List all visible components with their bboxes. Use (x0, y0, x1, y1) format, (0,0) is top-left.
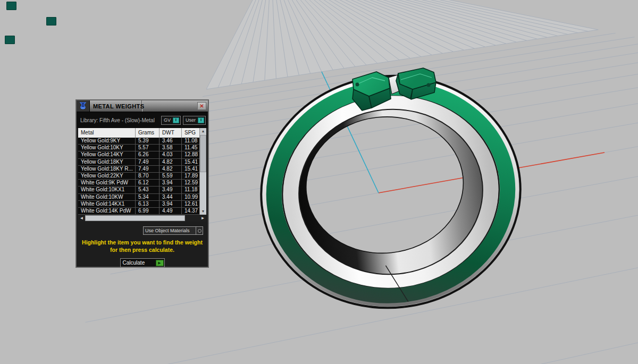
table-row[interactable]: Yellow Gold:14KY6.264.0312.88 (78, 151, 206, 158)
cell-dwt: 3.58 (160, 145, 182, 151)
cell-metal: White Gold:10KX1 (78, 187, 136, 193)
titlebar-spacer (142, 100, 197, 112)
cell-metal: White Gold:10KW (78, 194, 136, 200)
cad-viewport: METAL WEIGHTS ✕ Library: Fifth Ave - (Sl… (0, 0, 638, 364)
cell-metal: White Gold:14K PdW (78, 208, 136, 214)
tab-notch (427, 83, 431, 87)
cell-grams: 5.57 (136, 145, 160, 151)
close-button[interactable]: ✕ (197, 102, 206, 110)
vertical-scrollbar[interactable]: ▲ ▼ (199, 128, 206, 215)
play-icon: ▶ (158, 261, 161, 265)
calculate-label: Calculate (121, 260, 156, 266)
cell-grams: 5.39 (136, 138, 160, 144)
table-row[interactable]: Yellow Gold:10KY5.573.5811.45 (78, 145, 206, 151)
cell-dwt: 4.82 (160, 159, 182, 165)
cell-dwt: 3.44 (160, 194, 182, 200)
table-row[interactable]: White Gold:10KX15.433.4911.18 (78, 187, 206, 193)
toolbar-chip[interactable] (46, 17, 56, 26)
materials-dropdown[interactable]: Use Object Materials (143, 226, 203, 235)
cell-metal: Yellow Gold:18KY R... (78, 166, 136, 172)
table-row[interactable]: White Gold:10KW5.343.4410.99 (78, 194, 206, 201)
cell-dwt: 3.94 (160, 180, 182, 186)
cell-grams: 6.12 (136, 180, 160, 186)
col-header-grams: Grams (136, 128, 160, 138)
horizontal-scroll-thumb[interactable] (85, 215, 185, 221)
col-header-metal: Metal (78, 128, 136, 138)
cell-grams: 7.49 (136, 159, 160, 165)
gv-toggle-indicator: I (173, 117, 179, 123)
table-row[interactable]: Yellow Gold:18KY7.494.8215.41 (78, 159, 206, 166)
table-header: Metal Grams DWT SPG (78, 128, 206, 138)
scroll-down-icon[interactable]: ▼ (200, 208, 206, 215)
cell-grams: 5.43 (136, 187, 160, 193)
cell-dwt: 4.49 (160, 208, 182, 214)
dropdown-button[interactable] (196, 227, 203, 234)
table-row[interactable]: White Gold:9K PdW6.123.9412.59 (78, 180, 206, 187)
vertical-scroll-thumb[interactable] (200, 135, 206, 172)
cell-grams: 6.26 (136, 151, 160, 158)
cell-metal: Yellow Gold:10KY (78, 145, 136, 151)
cell-metal: White Gold:14KX1 (78, 201, 136, 207)
table-row[interactable]: Yellow Gold:9KY5.393.4611.08 (78, 138, 206, 145)
horizontal-scrollbar[interactable]: ◄ ► (78, 215, 206, 222)
library-label: Library: Fifth Ave - (Slow)-Metal (80, 117, 159, 123)
library-strip: Library: Fifth Ave - (Slow)-Metal GV I U… (77, 112, 208, 128)
flask-icon (77, 100, 90, 112)
toolbar-chip[interactable] (6, 2, 16, 10)
table-row[interactable]: Yellow Gold:22KY8.705.5917.89 (78, 173, 206, 180)
cell-metal: Yellow Gold:22KY (78, 173, 136, 179)
cell-grams: 5.34 (136, 194, 160, 200)
cell-dwt: 3.49 (160, 187, 182, 193)
col-header-dwt: DWT (160, 128, 182, 138)
cell-grams: 7.49 (136, 166, 160, 172)
cell-metal: White Gold:9K PdW (78, 180, 136, 186)
cell-dwt: 4.82 (160, 166, 182, 172)
toolbar-chip[interactable] (5, 36, 15, 44)
cell-dwt: 3.94 (160, 201, 182, 207)
cell-dwt: 4.03 (160, 151, 182, 158)
cell-grams: 8.70 (136, 173, 160, 179)
metal-table: Metal Grams DWT SPG Yellow Gold:9KY5.393… (78, 128, 206, 215)
scroll-right-icon[interactable]: ► (199, 215, 206, 222)
calculate-go-button[interactable]: ▶ (156, 260, 164, 266)
table-row[interactable]: White Gold:14K PdW6.994.4914.37 (78, 208, 206, 215)
table-body: Yellow Gold:9KY5.393.4611.08Yellow Gold:… (78, 138, 206, 215)
cell-metal: Yellow Gold:18KY (78, 159, 136, 165)
ring-model (250, 63, 532, 321)
table-row[interactable]: Yellow Gold:18KY R...7.494.8215.41 (78, 166, 206, 173)
dialog-titlebar[interactable]: METAL WEIGHTS ✕ (77, 100, 208, 112)
gv-toggle-button[interactable]: GV I (161, 116, 181, 125)
user-toggle-button[interactable]: User I (183, 116, 206, 125)
scroll-up-icon[interactable]: ▲ (200, 128, 206, 134)
materials-dropdown-value: Use Object Materials (144, 228, 196, 233)
dialog-title: METAL WEIGHTS (93, 103, 144, 109)
cell-grams: 6.13 (136, 201, 160, 207)
scroll-left-icon[interactable]: ◄ (78, 215, 85, 222)
cell-metal: Yellow Gold:14KY (78, 151, 136, 158)
cell-dwt: 5.59 (160, 173, 182, 179)
cell-grams: 6.99 (136, 208, 160, 214)
cell-metal: Yellow Gold:9KY (78, 138, 136, 144)
metal-weights-dialog: METAL WEIGHTS ✕ Library: Fifth Ave - (Sl… (76, 100, 208, 267)
hint-text: Highlight the item you want to find the … (77, 239, 208, 253)
table-row[interactable]: White Gold:14KX16.133.9412.61 (78, 201, 206, 208)
close-icon: ✕ (199, 104, 204, 109)
calculate-control[interactable]: Calculate ▶ (120, 258, 165, 267)
tab-notch (356, 83, 359, 87)
dropdown-circle-icon (198, 229, 202, 233)
cell-dwt: 3.46 (160, 138, 182, 144)
user-toggle-indicator: I (198, 117, 204, 123)
